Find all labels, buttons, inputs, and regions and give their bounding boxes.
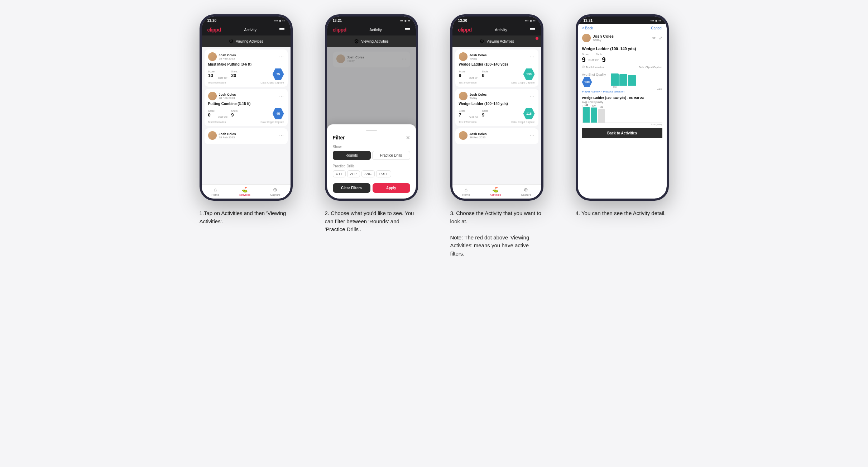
chart-label-4: Shot Quality — [582, 123, 662, 125]
stats-row-1-1: Score 10 OUT OF Shots 20 75 — [208, 68, 284, 80]
shots-label-1-1: Shots — [231, 70, 238, 73]
nav-activities-3[interactable]: ⛳ Activities — [490, 187, 501, 196]
stats-row-3-2: Score 7 OUT OF Shots 9 118 — [459, 108, 535, 119]
signal-icon: ▪▪▪ — [274, 19, 278, 23]
hamburger-menu-3[interactable] — [530, 28, 535, 32]
footer-right-1-1: Data: Clippd Capture — [260, 81, 284, 84]
sq-val-3-1: 130 — [526, 72, 532, 76]
logo-1: clippd — [207, 27, 221, 33]
phone-2-bg: Josh Coles Today ··· — [327, 47, 416, 199]
activity-card-3-2[interactable]: Josh Coles Today ··· Wedge Ladder (100–1… — [455, 89, 538, 126]
battery-icon-4: ▪▪ — [658, 19, 661, 23]
expand-icon[interactable]: ⤢ — [659, 35, 662, 40]
sq-badge-3-2: 118 — [523, 108, 535, 119]
filter-close-icon[interactable]: ✕ — [406, 135, 410, 140]
user-name-3-2: Josh Coles — [470, 93, 487, 96]
card-dots-3-3[interactable]: ··· — [530, 133, 534, 138]
card-dots-1-1[interactable]: ··· — [279, 54, 284, 59]
card-dots-3-1[interactable]: ··· — [530, 54, 534, 59]
user-date-1-1: 28 Feb 2023 — [219, 57, 236, 60]
step-3-col: 13:20 ▪▪▪ ⌾ ▪▪ clippd Activity ⚙ — [440, 14, 554, 258]
shots-val-1-2: 9 — [231, 112, 238, 118]
avatar-1-1 — [208, 52, 217, 61]
status-bar-4: 13:21 ▪▪▪ ⌾ ▪▪ — [578, 16, 667, 24]
card-dots-3-2[interactable]: ··· — [530, 94, 534, 99]
viewing-banner-2[interactable]: ⚙ Viewing Activities — [327, 35, 416, 47]
capture-icon-3: ⊕ — [524, 187, 528, 192]
filter-tab-drills[interactable]: Practice Drills — [372, 151, 410, 160]
nav-home-3[interactable]: ⌂ Home — [462, 187, 470, 196]
step-2-col: 13:21 ▪▪▪ ⌾ ▪▪ clippd Activity ⚙ — [314, 14, 429, 234]
filter-tab-rounds[interactable]: Rounds — [333, 151, 371, 160]
clear-filters-button[interactable]: Clear Filters — [333, 183, 370, 193]
sq-badge-1-1: 75 — [273, 68, 284, 80]
phone-1: 13:20 ▪▪▪ ⌾ ▪▪ clippd Activity — [200, 14, 293, 201]
activity-card-3-1[interactable]: Josh Coles Today ··· Wedge Ladder (100–1… — [455, 49, 538, 87]
status-icons-3: ▪▪▪ ⌾ ▪▪ — [525, 19, 536, 23]
battery-icon: ▪▪ — [282, 19, 284, 23]
activity-link-text: Player Activity > — [582, 90, 603, 93]
drill-putt[interactable]: PUTT — [376, 170, 391, 177]
footer-right-3-1: Data: Clippd Capture — [511, 81, 534, 84]
activity-card-1-2[interactable]: Josh Coles 28 Feb 2023 ··· Putting Combi… — [205, 89, 288, 126]
out-of-label: OUT OF — [589, 58, 599, 62]
signal-icon-4: ▪▪▪ — [651, 19, 654, 23]
activity-card-1-3[interactable]: Josh Coles 28 Feb 2023 ··· — [205, 128, 288, 144]
logo-2: clippd — [333, 27, 346, 33]
filter-header: Filter ✕ — [333, 135, 410, 140]
avatar-3-2 — [459, 92, 467, 100]
viewing-banner-3[interactable]: ⚙ Viewing Activities — [452, 35, 541, 47]
activities-label-1: Activities — [239, 193, 250, 196]
card-title-1-1: Must Make Putting (3-6 ft) — [208, 62, 284, 66]
status-bar-3: 13:20 ▪▪▪ ⌾ ▪▪ — [452, 16, 541, 24]
user-info-3-1: Josh Coles Today — [459, 52, 487, 61]
viewing-banner-1[interactable]: ⚙ Viewing Activities — [202, 35, 291, 47]
filter-tabs: Rounds Practice Drills — [333, 151, 410, 160]
edit-icon[interactable]: ✏ — [652, 35, 656, 40]
drill-title: Wedge Ladder (100–140 yds) - 06 Mar 23 — [582, 96, 662, 100]
drill-sub: Avg Shot Quality — [582, 100, 662, 104]
avatar-3-3 — [459, 131, 467, 140]
drill-app[interactable]: APP — [347, 170, 360, 177]
user-date-3-3: 28 Feb 2023 — [470, 136, 487, 139]
settings-icon-2: ⚙ — [354, 38, 359, 45]
card-title-1-2: Putting Combine (3-15 ft) — [208, 102, 284, 106]
score-row-4: 9 OUT OF 9 — [582, 56, 636, 64]
activity-card-3-3[interactable]: Josh Coles 28 Feb 2023 ··· — [455, 128, 538, 144]
sq-hex-4: 130 — [582, 77, 592, 87]
drill-arg[interactable]: ARG — [361, 170, 375, 177]
cancel-button[interactable]: Cancel — [651, 26, 662, 30]
footer-left-1-1: Test Information — [208, 81, 226, 84]
out-of-1-2: OUT OF — [218, 116, 227, 119]
filter-actions: Clear Filters Apply — [333, 183, 410, 193]
info-icon-4: ⓘ — [582, 65, 585, 69]
nav-capture-1[interactable]: ⊕ Capture — [270, 187, 280, 196]
nav-activities-1[interactable]: ⛳ Activities — [239, 187, 250, 196]
wifi-icon-2: ⌾ — [404, 19, 406, 23]
card-dots-1-3[interactable]: ··· — [279, 133, 284, 138]
card-dots-1-2[interactable]: ··· — [279, 94, 284, 99]
status-time-1: 13:20 — [207, 19, 217, 23]
user-name-1-1: Josh Coles — [219, 53, 236, 57]
status-icons-4: ▪▪▪ ⌾ ▪▪ — [651, 19, 661, 23]
sq-val-3-2: 118 — [526, 112, 532, 115]
shots-label-1-2: Shots — [231, 110, 238, 112]
shots-val-3-2: 9 — [482, 112, 488, 118]
step-1-col: 13:20 ▪▪▪ ⌾ ▪▪ clippd Activity — [189, 14, 303, 225]
nav-capture-3[interactable]: ⊕ Capture — [521, 187, 531, 196]
user-info-1-2: Josh Coles 28 Feb 2023 — [208, 92, 236, 100]
capture-label-1: Capture — [270, 193, 280, 196]
back-activities-btn[interactable]: Back to Activities — [582, 128, 662, 138]
hamburger-menu-1[interactable] — [279, 28, 284, 32]
shots-label-3-2: Shots — [482, 110, 488, 112]
apply-filter-button[interactable]: Apply — [373, 183, 410, 193]
back-button[interactable]: < Back — [582, 26, 593, 30]
avg-sq-section: Avg Shot Quality 130 130 — [578, 71, 667, 89]
drill-ott[interactable]: OTT — [333, 170, 346, 177]
hamburger-menu-2[interactable] — [405, 28, 410, 32]
avatar-1-3 — [208, 131, 217, 140]
nav-home-1[interactable]: ⌂ Home — [211, 187, 219, 196]
detail-user-row: Josh Coles Today ✏ ⤢ — [578, 32, 667, 44]
activity-card-1-1[interactable]: Josh Coles 28 Feb 2023 ··· Must Make Put… — [205, 49, 288, 87]
footer-right-3-2: Data: Clippd Capture — [511, 121, 534, 123]
